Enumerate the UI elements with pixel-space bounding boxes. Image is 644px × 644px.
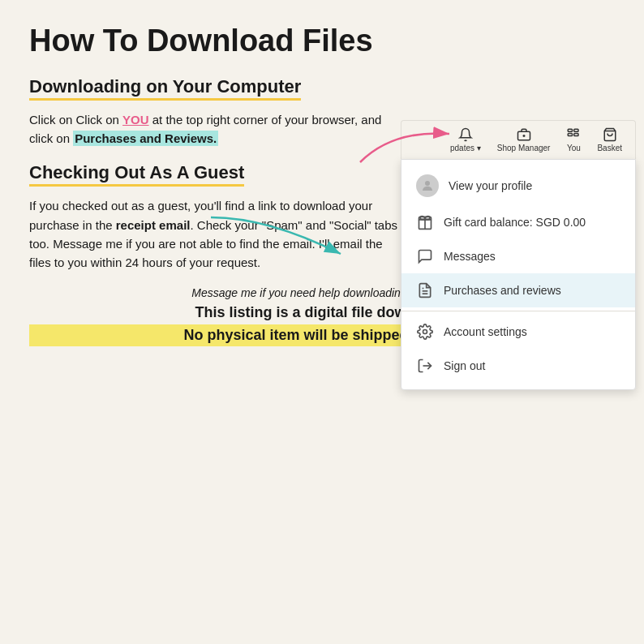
nav-shop-manager[interactable]: Shop Manager: [491, 126, 557, 154]
section1-body: Click on Click on YOU at the top right c…: [29, 110, 402, 148]
svg-point-13: [423, 330, 427, 334]
navbar: pdates ▾ Shop Manager You: [401, 120, 636, 159]
body-text-part1: Click on Click on: [29, 113, 122, 127]
purchases-icon: [416, 281, 434, 299]
gift-icon: [416, 213, 434, 231]
signout-icon: [416, 357, 434, 375]
dropdown-overlay: pdates ▾ Shop Manager You: [401, 120, 636, 390]
dropdown-gift-card[interactable]: Gift card balance: SGD 0.00: [401, 205, 635, 239]
nav-shop-manager-label: Shop Manager: [497, 144, 551, 152]
dropdown-sign-out[interactable]: Sign out: [401, 349, 635, 383]
section1-heading: Downloading on Your Computer: [29, 76, 301, 101]
svg-point-8: [425, 181, 430, 186]
sign-out-label: Sign out: [444, 359, 485, 372]
purchases-reviews-label: Purchases and reviews: [444, 284, 561, 297]
page-title: How To Download Files: [29, 24, 615, 58]
nav-basket[interactable]: Basket: [590, 126, 629, 154]
dropdown-purchases-reviews[interactable]: Purchases and reviews: [401, 273, 635, 307]
nav-basket-label: Basket: [597, 144, 622, 152]
gift-card-label: Gift card balance: SGD 0.00: [444, 216, 586, 229]
page: How To Download Files Downloading on You…: [0, 0, 644, 644]
svg-rect-5: [574, 129, 578, 131]
svg-rect-6: [574, 134, 578, 136]
message-icon: [416, 247, 434, 265]
nav-you-label: You: [567, 144, 581, 152]
dropdown-account-settings[interactable]: Account settings: [401, 315, 635, 349]
svg-rect-3: [569, 129, 573, 131]
menu-divider: [401, 311, 635, 311]
body-purchases-highlight: Purchases and Reviews.: [73, 131, 218, 146]
nav-updates-label: pdates ▾: [450, 144, 481, 152]
dropdown-messages[interactable]: Messages: [401, 239, 635, 273]
nav-updates[interactable]: pdates ▾: [444, 126, 487, 154]
dropdown-view-profile[interactable]: View your profile: [401, 166, 635, 205]
account-settings-label: Account settings: [444, 325, 527, 338]
avatar: [416, 174, 439, 197]
svg-rect-4: [569, 134, 573, 136]
settings-icon: [416, 323, 434, 341]
messages-label: Messages: [444, 250, 496, 263]
section2-heading: Checking Out As A Guest: [29, 162, 244, 187]
section2-body: If you checked out as a guest, you'll fi…: [29, 196, 402, 272]
nav-you[interactable]: You: [560, 126, 587, 154]
view-profile-label: View your profile: [449, 179, 532, 192]
body-you-highlight: YOU: [122, 113, 149, 127]
dropdown-menu: View your profile Gift card balance: SGD…: [401, 159, 636, 390]
